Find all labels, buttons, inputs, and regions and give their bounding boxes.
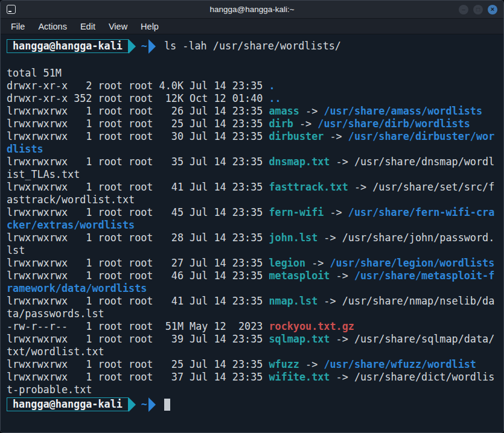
- text-segment: lrwxrwxrwx 1 root root 25 Jul 14 23:35: [7, 118, 269, 130]
- window-title: hangga@hangga-kali:~: [1, 5, 503, 14]
- text-segment: t-probable.txt: [7, 384, 92, 396]
- text-segment: lrwxrwxrwx 1 root root 41 Jul 14 23:35: [7, 181, 269, 193]
- text-segment: txt/wordlist.txt: [7, 346, 104, 358]
- text-segment: sqlmap.txt: [269, 333, 330, 345]
- text-segment: wifite.txt: [269, 371, 330, 383]
- terminal-body[interactable]: hangga@hangga-kali~ls -lah /usr/share/wo…: [1, 34, 503, 432]
- terminal-line: total 51M: [7, 67, 500, 80]
- terminal-line: lrwxrwxrwx 1 root root 26 Jul 14 23:35 a…: [7, 105, 500, 118]
- text-segment: lrwxrwxrwx 1 root root 25 Jul 14 23:35: [7, 358, 269, 370]
- terminal-line: cker/extras/wordlists: [7, 219, 500, 232]
- text-segment: -> /usr/share/sqlmap/data/: [330, 333, 494, 345]
- prompt-arrow-icon: [129, 397, 136, 412]
- terminal-line: asttrack/wordlist.txt: [7, 194, 500, 206]
- text-segment: /usr/share/metasploit-f: [354, 270, 494, 282]
- prompt-user-host: hangga@hangga-kali: [7, 397, 129, 411]
- text-segment: /usr/share/dirb/wordlists: [317, 118, 470, 130]
- text-segment: ->: [305, 257, 330, 269]
- terminal-line: lrwxrwxrwx 1 root root 25 Jul 14 23:35 w…: [7, 358, 500, 371]
- terminal-line: lrwxrwxrwx 1 root root 37 Jul 14 23:35 w…: [7, 371, 500, 384]
- terminal-line: lrwxrwxrwx 1 root root 27 Jul 14 23:35 l…: [7, 257, 500, 270]
- text-segment: nmap.lst: [269, 295, 317, 307]
- prompt-path: ~: [141, 398, 147, 411]
- terminal-line: lrwxrwxrwx 1 root root 39 Jul 14 23:35 s…: [7, 333, 500, 346]
- titlebar[interactable]: hangga@hangga-kali:~ – □ ×: [1, 1, 503, 19]
- text-segment: total 51M: [7, 67, 62, 79]
- terminal-line: lrwxrwxrwx 1 root root 25 Jul 14 23:35 d…: [7, 118, 500, 130]
- terminal-line: drwxr-xr-x 352 root root 12K Oct 12 01:4…: [7, 92, 500, 105]
- text-segment: lrwxrwxrwx 1 root root 28 Jul 14 23:35: [7, 232, 269, 244]
- prompt-path: ~: [141, 40, 147, 52]
- maximize-icon: □: [476, 7, 480, 13]
- prompt-line: hangga@hangga-kali~ls -lah /usr/share/wo…: [7, 38, 500, 54]
- text-segment: .: [269, 80, 275, 92]
- text-segment: amass: [269, 105, 299, 117]
- terminal-line: lrwxrwxrwx 1 root root 41 Jul 14 23:35 n…: [7, 295, 500, 308]
- maximize-button[interactable]: □: [473, 5, 483, 14]
- text-segment: ist_TLAs.txt: [7, 168, 80, 180]
- minimize-icon: –: [462, 7, 465, 13]
- close-icon: ×: [491, 6, 494, 13]
- text-segment: lrwxrwxrwx 1 root root 39 Jul 14 23:35: [7, 333, 269, 345]
- text-segment: /usr/share/amass/wordlists: [324, 105, 482, 117]
- terminal-window: hangga@hangga-kali:~ – □ × File Actions …: [0, 0, 504, 433]
- terminal-line: ist_TLAs.txt: [7, 168, 500, 181]
- menu-edit[interactable]: Edit: [74, 21, 102, 33]
- terminal-line: ramework/data/wordlists: [7, 282, 500, 295]
- terminal-line: lrwxrwxrwx 1 root root 35 Jul 14 23:35 d…: [7, 156, 500, 168]
- text-segment: /usr/share/fern-wifi-cra: [348, 206, 494, 218]
- text-segment: /usr/share/dirbuster/wor: [348, 130, 494, 142]
- terminal-line: lrwxrwxrwx 1 root root 46 Jul 14 23:35 m…: [7, 270, 500, 282]
- text-segment: drwxr-xr-x 2 root root 4.0K Jul 14 23:35: [7, 80, 269, 92]
- text-segment: ->: [330, 270, 354, 282]
- text-segment: wfuzz: [269, 358, 299, 370]
- terminal-line: lrwxrwxrwx 1 root root 45 Jul 14 23:35 f…: [7, 206, 500, 219]
- text-segment: ta/passwords.lst: [7, 308, 104, 320]
- terminal-line: drwxr-xr-x 2 root root 4.0K Jul 14 23:35…: [7, 80, 500, 92]
- text-segment: lrwxrwxrwx 1 root root 46 Jul 14 23:35: [7, 270, 269, 282]
- text-segment: lst: [7, 244, 25, 256]
- menubar: File Actions Edit View Help: [1, 19, 503, 34]
- text-segment: cker/extras/wordlists: [7, 219, 135, 231]
- text-segment: -> /usr/share/nmap/nselib/da: [317, 295, 494, 307]
- cursor[interactable]: [164, 399, 170, 411]
- prompt-arrow-icon: [129, 39, 136, 54]
- text-segment: lrwxrwxrwx 1 root root 45 Jul 14 23:35: [7, 206, 269, 218]
- terminal-line: ta/passwords.lst: [7, 308, 500, 320]
- text-segment: dlists: [7, 143, 43, 155]
- text-segment: -rw-r--r-- 1 root root 51M May 12 2023: [7, 320, 269, 332]
- text-segment: fern-wifi: [269, 206, 324, 218]
- text-segment: lrwxrwxrwx 1 root root 35 Jul 14 23:35: [7, 156, 269, 168]
- text-segment: metasploit: [269, 270, 330, 282]
- text-segment: fasttrack.txt: [269, 181, 348, 193]
- text-segment: lrwxrwxrwx 1 root root 27 Jul 14 23:35: [7, 257, 269, 269]
- text-segment: -> /usr/share/dnsmap/wordl: [330, 156, 494, 168]
- text-segment: ->: [299, 358, 324, 370]
- text-segment: /usr/share/legion/wordlists: [330, 257, 494, 269]
- text-segment: -> /usr/share/dict/wordlis: [330, 371, 494, 383]
- text-segment: dirb: [269, 118, 293, 130]
- terminal-line: lrwxrwxrwx 1 root root 28 Jul 14 23:35 j…: [7, 232, 500, 244]
- text-segment: ->: [324, 206, 348, 218]
- text-segment: ->: [293, 118, 317, 130]
- text-segment: ..: [269, 92, 281, 104]
- terminal-line: lrwxrwxrwx 1 root root 30 Jul 14 23:35 d…: [7, 130, 500, 143]
- menu-help[interactable]: Help: [134, 21, 165, 33]
- text-segment: lrwxrwxrwx 1 root root 41 Jul 14 23:35: [7, 295, 269, 307]
- text-segment: lrwxrwxrwx 1 root root 26 Jul 14 23:35: [7, 105, 269, 117]
- window-controls: – □ ×: [459, 5, 497, 14]
- text-segment: lrwxrwxrwx 1 root root 30 Jul 14 23:35: [7, 130, 269, 142]
- text-segment: drwxr-xr-x 352 root root 12K Oct 12 01:4…: [7, 92, 269, 104]
- menu-file[interactable]: File: [4, 21, 31, 33]
- close-button[interactable]: ×: [488, 5, 497, 14]
- menu-actions[interactable]: Actions: [31, 21, 74, 33]
- terminal-line: lrwxrwxrwx 1 root root 41 Jul 14 23:35 f…: [7, 181, 500, 194]
- terminal-line: [7, 54, 500, 67]
- command-text: ls -lah /usr/share/wordlists/: [164, 40, 341, 52]
- minimize-button[interactable]: –: [459, 5, 468, 14]
- text-segment: john.lst: [269, 232, 317, 244]
- prompt-arrow-icon: [148, 397, 156, 412]
- terminal-line: dlists: [7, 143, 500, 156]
- menu-view[interactable]: View: [102, 21, 134, 33]
- text-segment: -> /usr/share/john/password.: [317, 232, 494, 244]
